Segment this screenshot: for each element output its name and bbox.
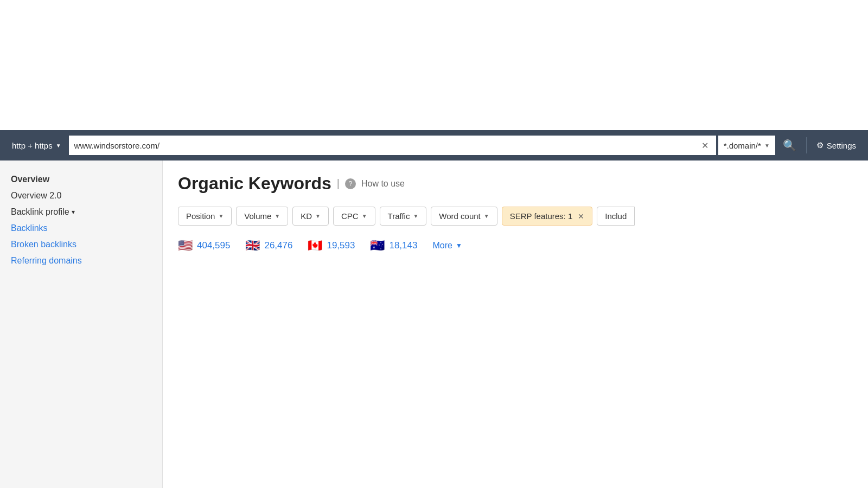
country-item-gb: 🇬🇧 26,476	[245, 239, 292, 253]
cpc-chevron-icon: ▼	[362, 213, 367, 219]
protocol-label: http + https	[12, 141, 53, 150]
sidebar-item-broken-backlinks[interactable]: Broken backlinks	[9, 236, 154, 253]
volume-filter-label: Volume	[244, 211, 271, 221]
filter-row: Position ▼ Volume ▼ KD ▼ CPC ▼ Traffic ▼…	[178, 207, 853, 226]
sidebar-item-label: Overview 2.0	[11, 191, 61, 200]
protocol-chevron-icon: ▼	[56, 143, 61, 149]
include-label: Includ	[605, 211, 627, 221]
sidebar-item-overview2[interactable]: Overview 2.0	[9, 188, 154, 204]
url-display: www.windsorstore.com/	[74, 141, 699, 150]
divider	[806, 137, 807, 153]
country-count-ca[interactable]: 19,593	[327, 240, 355, 251]
kd-filter-label: KD	[301, 211, 312, 221]
serp-features-label: SERP features: 1	[510, 211, 573, 221]
search-button[interactable]: 🔍	[777, 136, 802, 155]
top-area	[0, 0, 868, 130]
page-title-row: Organic Keywords | ? How to use	[178, 174, 853, 194]
traffic-chevron-icon: ▼	[413, 213, 418, 219]
main-area: Overview Overview 2.0 Backlink profile ▾…	[0, 160, 868, 488]
traffic-filter-label: Traffic	[388, 211, 410, 221]
sidebar-item-label: Broken backlinks	[11, 240, 76, 249]
clear-button[interactable]: ✕	[699, 139, 711, 152]
flag-au-icon: 🇦🇺	[370, 239, 385, 253]
country-item-au: 🇦🇺 18,143	[370, 239, 417, 253]
sidebar: Overview Overview 2.0 Backlink profile ▾…	[0, 160, 163, 488]
cpc-filter-button[interactable]: CPC ▼	[333, 207, 375, 226]
volume-chevron-icon: ▼	[275, 213, 280, 219]
domain-chevron-icon: ▼	[764, 143, 770, 149]
country-count-us[interactable]: 404,595	[197, 240, 230, 251]
traffic-filter-button[interactable]: Traffic ▼	[380, 207, 427, 226]
more-chevron-icon: ▼	[456, 242, 462, 249]
cpc-filter-label: CPC	[341, 211, 359, 221]
word-count-chevron-icon: ▼	[484, 213, 489, 219]
serp-close-button[interactable]: ✕	[578, 212, 584, 221]
sidebar-item-backlink-profile[interactable]: Backlink profile ▾	[9, 204, 154, 220]
settings-label: Settings	[827, 141, 856, 150]
sidebar-item-label: Backlinks	[11, 223, 48, 233]
country-item-us: 🇺🇸 404,595	[178, 239, 230, 253]
sidebar-item-overview[interactable]: Overview	[9, 171, 154, 188]
how-to-use-link[interactable]: How to use	[361, 179, 405, 189]
kd-filter-button[interactable]: KD ▼	[292, 207, 329, 226]
word-count-filter-button[interactable]: Word count ▼	[431, 207, 497, 226]
sidebar-item-label: Referring domains	[11, 256, 82, 265]
include-button[interactable]: Includ	[597, 207, 635, 226]
section-arrow-icon: ▾	[72, 208, 75, 216]
sidebar-item-label: Overview	[11, 175, 49, 184]
serp-features-badge: SERP features: 1 ✕	[502, 207, 593, 226]
volume-filter-button[interactable]: Volume ▼	[236, 207, 288, 226]
sidebar-section-label: Backlink profile	[11, 207, 69, 217]
flag-us-icon: 🇺🇸	[178, 239, 193, 253]
more-countries-button[interactable]: More ▼	[432, 241, 462, 251]
search-icon: 🔍	[783, 139, 796, 151]
country-count-au[interactable]: 18,143	[389, 240, 417, 251]
sidebar-item-referring-domains[interactable]: Referring domains	[9, 253, 154, 269]
settings-gear-icon: ⚙	[816, 140, 824, 150]
domain-dropdown[interactable]: *.domain/* ▼	[718, 136, 775, 155]
protocol-dropdown[interactable]: http + https ▼	[7, 138, 67, 153]
url-input-wrapper: www.windsorstore.com/ ✕	[69, 136, 716, 155]
search-bar: http + https ▼ www.windsorstore.com/ ✕ *…	[0, 130, 868, 160]
help-icon[interactable]: ?	[345, 178, 356, 189]
more-label: More	[432, 241, 452, 251]
kd-chevron-icon: ▼	[315, 213, 321, 219]
word-count-filter-label: Word count	[439, 211, 480, 221]
country-count-gb[interactable]: 26,476	[264, 240, 292, 251]
country-item-ca: 🇨🇦 19,593	[308, 239, 355, 253]
title-separator: |	[337, 177, 340, 190]
settings-button[interactable]: ⚙ Settings	[811, 137, 861, 153]
domain-filter-label: *.domain/*	[724, 141, 761, 150]
flag-ca-icon: 🇨🇦	[308, 239, 322, 253]
sidebar-item-backlinks[interactable]: Backlinks	[9, 220, 154, 236]
content-area: Organic Keywords | ? How to use Position…	[163, 160, 868, 488]
position-filter-button[interactable]: Position ▼	[178, 207, 232, 226]
position-chevron-icon: ▼	[218, 213, 224, 219]
country-flags-row: 🇺🇸 404,595 🇬🇧 26,476 🇨🇦 19,593 🇦🇺 18,143…	[178, 239, 853, 253]
page-title: Organic Keywords	[178, 174, 331, 194]
flag-gb-icon: 🇬🇧	[245, 239, 260, 253]
position-filter-label: Position	[186, 211, 215, 221]
